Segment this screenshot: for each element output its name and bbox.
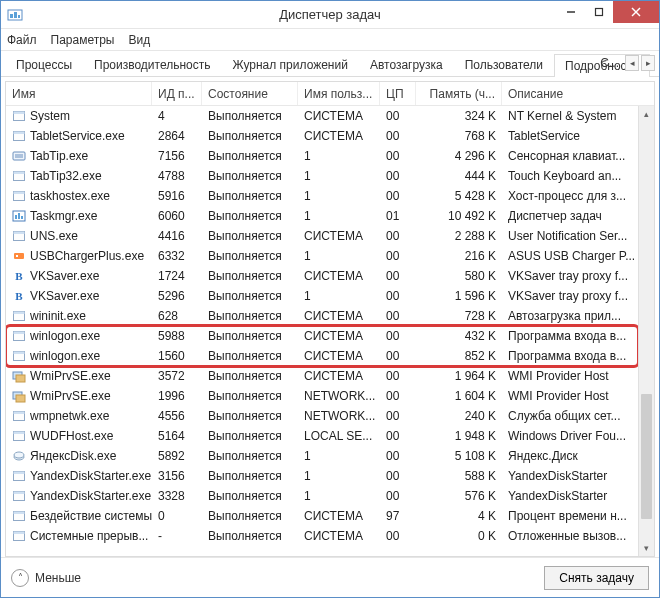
table-row[interactable]: winlogon.exe5988ВыполняетсяСИСТЕМА00432 …: [6, 326, 654, 346]
maximize-button[interactable]: [585, 1, 613, 23]
process-icon: [12, 109, 26, 123]
col-header-user[interactable]: Имя польз...: [298, 82, 380, 105]
process-name: UNS.exe: [30, 229, 78, 243]
col-header-cpu[interactable]: ЦП: [380, 82, 416, 105]
svg-rect-1: [10, 14, 13, 18]
svg-point-44: [14, 452, 24, 458]
table-row[interactable]: Системные прерыв...-ВыполняетсяСИСТЕМА00…: [6, 526, 654, 546]
process-state: Выполняется: [202, 229, 298, 243]
process-icon: [12, 529, 26, 543]
table-row[interactable]: BVKSaver.exe1724ВыполняетсяСИСТЕМА00580 …: [6, 266, 654, 286]
process-user: СИСТЕМА: [298, 509, 380, 523]
process-user: NETWORK...: [298, 389, 380, 403]
process-desc: Автозагрузка прил...: [502, 309, 654, 323]
table-row[interactable]: WUDFHost.exe5164ВыполняетсяLOCAL SE...00…: [6, 426, 654, 446]
table-row[interactable]: YandexDiskStarter.exe3328Выполняется1005…: [6, 486, 654, 506]
col-header-pid[interactable]: ИД п...: [152, 82, 202, 105]
table-row[interactable]: Бездействие системы0ВыполняетсяСИСТЕМА97…: [6, 506, 654, 526]
col-header-name[interactable]: Имя: [6, 82, 152, 105]
process-cpu: 00: [380, 429, 416, 443]
process-mem: 4 296 K: [416, 149, 502, 163]
tab-users[interactable]: Пользователи: [454, 53, 554, 76]
process-user: 1: [298, 189, 380, 203]
scroll-up-button[interactable]: ▴: [639, 106, 654, 122]
svg-rect-42: [14, 432, 25, 435]
tabstrip-left-button[interactable]: ◂: [625, 55, 639, 71]
vertical-scrollbar[interactable]: ▴ ▾: [638, 106, 654, 556]
tab-app-history[interactable]: Журнал приложений: [222, 53, 359, 76]
table-row[interactable]: TabTip32.exe4788Выполняется100444 KTouch…: [6, 166, 654, 186]
tabstrip-right-button[interactable]: ▸: [641, 55, 655, 71]
minimize-button[interactable]: [557, 1, 585, 23]
process-icon: [12, 129, 26, 143]
scroll-thumb[interactable]: [641, 394, 652, 519]
process-desc: WMI Provider Host: [502, 389, 654, 403]
fewer-details-button[interactable]: ˄ Меньше: [11, 569, 81, 587]
process-mem: 580 K: [416, 269, 502, 283]
svg-rect-24: [14, 232, 25, 235]
process-user: СИСТЕМА: [298, 109, 380, 123]
process-pid: 5892: [152, 449, 202, 463]
process-desc: User Notification Ser...: [502, 229, 654, 243]
process-pid: 2864: [152, 129, 202, 143]
process-mem: 1 948 K: [416, 429, 502, 443]
table-row[interactable]: TabTip.exe7156Выполняется1004 296 KСенсо…: [6, 146, 654, 166]
table-row[interactable]: BVKSaver.exe5296Выполняется1001 596 KVKS…: [6, 286, 654, 306]
svg-text:B: B: [15, 270, 23, 282]
table-row[interactable]: USBChargerPlus.exe6332Выполняется100216 …: [6, 246, 654, 266]
process-pid: 1724: [152, 269, 202, 283]
table-row[interactable]: wmpnetwk.exe4556ВыполняетсяNETWORK...002…: [6, 406, 654, 426]
process-state: Выполняется: [202, 489, 298, 503]
scroll-track[interactable]: [639, 122, 654, 540]
process-user: СИСТЕМА: [298, 269, 380, 283]
process-state: Выполняется: [202, 529, 298, 543]
process-mem: 1 604 K: [416, 389, 502, 403]
process-state: Выполняется: [202, 429, 298, 443]
process-cpu: 00: [380, 229, 416, 243]
menu-file[interactable]: Файл: [7, 33, 37, 47]
process-user: 1: [298, 469, 380, 483]
table-row[interactable]: wininit.exe628ВыполняетсяСИСТЕМА00728 KА…: [6, 306, 654, 326]
process-icon: [12, 149, 26, 163]
svg-rect-20: [15, 215, 17, 219]
table-row[interactable]: WmiPrvSE.exe1996ВыполняетсяNETWORK...001…: [6, 386, 654, 406]
process-name: WmiPrvSE.exe: [30, 369, 111, 383]
svg-text:B: B: [15, 290, 23, 302]
table-row[interactable]: taskhostex.exe5916Выполняется1005 428 KХ…: [6, 186, 654, 206]
tab-startup[interactable]: Автозагрузка: [359, 53, 454, 76]
process-desc: NT Kernel & System: [502, 109, 654, 123]
process-user: СИСТЕМА: [298, 129, 380, 143]
table-row[interactable]: WmiPrvSE.exe3572ВыполняетсяСИСТЕМА001 96…: [6, 366, 654, 386]
process-mem: 2 288 K: [416, 229, 502, 243]
col-header-state[interactable]: Состояние: [202, 82, 298, 105]
scroll-down-button[interactable]: ▾: [639, 540, 654, 556]
process-cpu: 00: [380, 269, 416, 283]
col-header-mem[interactable]: Память (ч...: [416, 82, 502, 105]
table-row[interactable]: ЯндексDisk.exe5892Выполняется1005 108 KЯ…: [6, 446, 654, 466]
tab-processes[interactable]: Процессы: [5, 53, 83, 76]
table-row[interactable]: System4ВыполняетсяСИСТЕМА00324 KNT Kerne…: [6, 106, 654, 126]
svg-rect-9: [14, 112, 25, 115]
menu-options[interactable]: Параметры: [51, 33, 115, 47]
process-name: WUDFHost.exe: [30, 429, 113, 443]
end-task-button[interactable]: Снять задачу: [544, 566, 649, 590]
titlebar[interactable]: Диспетчер задач: [1, 1, 659, 29]
tab-services-partial[interactable]: С...: [596, 54, 623, 72]
process-name: YandexDiskStarter.exe: [30, 489, 151, 503]
close-button[interactable]: [613, 1, 659, 23]
table-row[interactable]: winlogon.exe1560ВыполняетсяСИСТЕМА00852 …: [6, 346, 654, 366]
table-row[interactable]: UNS.exe4416ВыполняетсяСИСТЕМА002 288 KUs…: [6, 226, 654, 246]
process-cpu: 00: [380, 369, 416, 383]
process-state: Выполняется: [202, 349, 298, 363]
process-mem: 10 492 K: [416, 209, 502, 223]
table-row[interactable]: YandexDiskStarter.exe3156Выполняется1005…: [6, 466, 654, 486]
table-row[interactable]: TabletService.exe2864ВыполняетсяСИСТЕМА0…: [6, 126, 654, 146]
process-desc: Программа входа в...: [502, 349, 654, 363]
process-desc: Служба общих сет...: [502, 409, 654, 423]
tab-performance[interactable]: Производительность: [83, 53, 221, 76]
table-row[interactable]: Taskmgr.exe6060Выполняется10110 492 KДис…: [6, 206, 654, 226]
svg-rect-48: [14, 492, 25, 495]
process-mem: 1 964 K: [416, 369, 502, 383]
col-header-desc[interactable]: Описание: [502, 82, 654, 105]
menu-view[interactable]: Вид: [128, 33, 150, 47]
